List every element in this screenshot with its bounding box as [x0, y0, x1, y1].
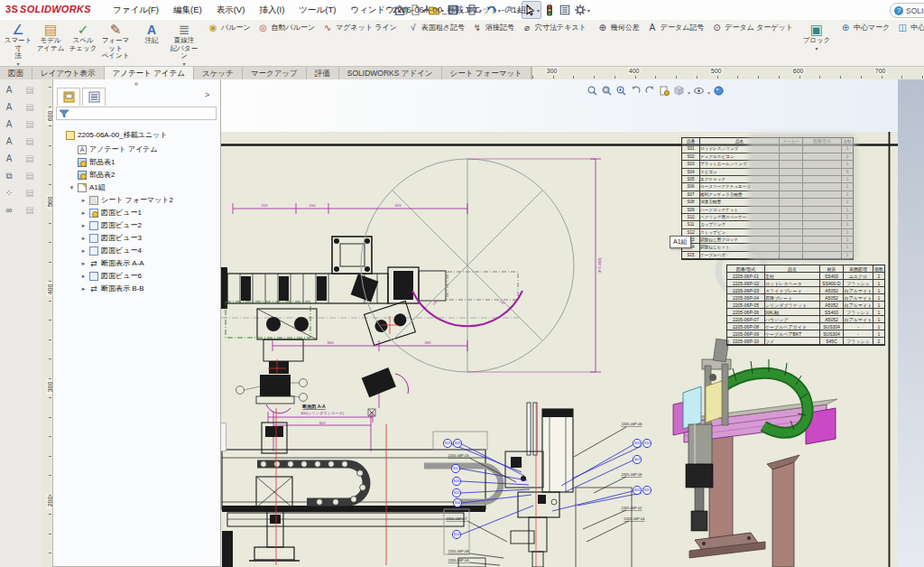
part-number-leader-label[interactable]: 2205-06P-06	[621, 422, 642, 426]
geometric-tolerance-button[interactable]: ⊕幾何公差	[594, 21, 643, 34]
tab-図面[interactable]: 図面	[0, 67, 32, 79]
drawing-view-section[interactable]	[452, 403, 642, 567]
tree-item[interactable]: ▸図面ビュー3	[80, 232, 142, 244]
dimension-label[interactable]: 415	[395, 203, 402, 208]
tab-display-pane[interactable]	[82, 88, 106, 106]
tree-root[interactable]: 2205-06A-00_移載ユニット	[57, 129, 167, 141]
expand-arrow-icon[interactable]: ▸	[80, 273, 87, 280]
tree-filter-input[interactable]	[56, 107, 217, 120]
drawing-view-elevation[interactable]	[222, 408, 501, 567]
surface-finish-button[interactable]: √表面粗さ記号	[404, 21, 468, 34]
display-style-button[interactable]	[673, 84, 685, 100]
part-number-leader-label[interactable]: 2205-06P-07	[446, 516, 467, 521]
tree-item[interactable]: 部品表1	[69, 156, 115, 168]
tab-評価[interactable]: 評価	[307, 67, 339, 79]
dimension-label[interactable]: 300(シリンダストローク)	[300, 411, 345, 415]
part-number-leader-label[interactable]: 2205-06P-08	[448, 549, 469, 553]
expand-arrow-icon[interactable]: ▸	[80, 209, 87, 217]
rebuild-icon[interactable]	[542, 2, 557, 18]
tree-item[interactable]: ▸シート フォーマット2	[80, 194, 173, 206]
drawing-view-plan[interactable]	[221, 159, 601, 377]
part-number-leader-label[interactable]: 2205-06P-04	[448, 558, 469, 562]
tab-マークアップ[interactable]: マークアップ	[243, 67, 307, 79]
tree-item[interactable]: ▸図面ビュー2	[80, 219, 142, 231]
dropdown-caret-icon[interactable]: ▾	[16, 61, 19, 67]
part-number-leader-label[interactable]: 2205-06P-04	[624, 516, 645, 521]
expand-arrow-icon[interactable]: ▸	[80, 222, 87, 229]
tree-item[interactable]: ▸⇄断面表示 B-B	[80, 283, 144, 294]
note-check-icon[interactable]: A	[1, 117, 17, 131]
zoom-area-button[interactable]	[601, 84, 613, 100]
open-icon[interactable]: ▾	[427, 2, 445, 18]
linear-note-pattern-button[interactable]: ≣直線注 記パターン▾	[168, 21, 200, 66]
format-painter-button[interactable]: ✎フォーマット ペイント	[99, 21, 132, 66]
sheet-properties-button[interactable]	[659, 84, 670, 100]
crop-view-icon[interactable]: ▤	[22, 169, 38, 182]
detail-view-icon[interactable]: ▤	[22, 152, 38, 165]
dimension-label[interactable]: 215	[262, 203, 269, 208]
redo-icon[interactable]: ▾	[503, 2, 521, 18]
bom-table-parts[interactable]: 図番/型式品名材質表面処理個数2205-06P-01支柱SS400ユニクロ222…	[726, 265, 885, 346]
zoom-fit-button[interactable]	[587, 84, 598, 100]
section-view-icon[interactable]: ▤	[22, 135, 38, 148]
part-number-leader-label[interactable]: 2205-06P-03	[448, 453, 469, 458]
tab-スケッチ[interactable]: スケッチ	[194, 67, 243, 79]
tree-item[interactable]: ▸図面ビュー6	[80, 270, 142, 282]
drawing-view-isometric[interactable]	[673, 339, 837, 567]
tree-item[interactable]: ▸図面ビュー1	[80, 207, 142, 218]
dimension-label[interactable]: (P.5.480)	[597, 257, 602, 273]
auxiliary-view-icon[interactable]: ▤	[22, 117, 38, 131]
tab-シート フォーマット[interactable]: シート フォーマット	[442, 67, 531, 79]
dimension-label[interactable]: 300	[319, 421, 327, 425]
menu-ファイル(F)[interactable]: ファイル(F)	[106, 2, 165, 19]
hide-show-items-button[interactable]	[693, 84, 705, 100]
annotation-pattern-icon[interactable]: ⁘	[1, 186, 17, 200]
options-icon[interactable]: ▾	[573, 2, 591, 18]
broken-view-icon[interactable]: ▤	[22, 186, 38, 200]
part-number-leader-label[interactable]: 2205-06P-06	[621, 472, 642, 477]
datum-target-button[interactable]: ⊙データム ターゲット	[707, 21, 797, 34]
hole-callout-button[interactable]: ⌀穴寸法テキスト	[518, 21, 590, 34]
dimension-label[interactable]: 282	[425, 340, 432, 345]
tree-item[interactable]: Aアノテート アイテム	[69, 144, 158, 155]
dropdown-caret-icon[interactable]: ▾	[707, 89, 710, 96]
tab-SOLIDWORKS アドイン[interactable]: SOLIDWORKS アドイン	[339, 67, 442, 79]
dropdown-caret-icon[interactable]: ▾	[815, 46, 818, 51]
help-button[interactable]: ? SOLID	[890, 3, 924, 18]
dimension-label[interactable]: 300	[328, 340, 335, 345]
view-orientation-button[interactable]	[644, 84, 656, 100]
select-cursor-icon[interactable]: ▾	[522, 1, 541, 19]
datum-feature-button[interactable]: Aデータム記号	[643, 21, 708, 34]
block-button[interactable]: ▣ブロック▾	[800, 21, 833, 66]
print-icon[interactable]: ▾	[465, 2, 483, 18]
expand-arrow-icon[interactable]: ▸	[80, 235, 87, 242]
note-ab-icon[interactable]: A	[1, 152, 17, 165]
undo-icon[interactable]: ▾	[484, 2, 502, 18]
alternate-position-icon[interactable]: ▤	[22, 203, 38, 217]
previous-view-button[interactable]	[630, 84, 642, 100]
home-icon[interactable]	[393, 2, 407, 18]
expand-arrow-icon[interactable]: ▸	[80, 247, 87, 255]
tree-item[interactable]: 部品表2	[69, 169, 115, 181]
model-items-button[interactable]: ▤モデル アイテム	[34, 21, 67, 66]
tree-item[interactable]: ▸⇄断面表示 A-A	[80, 257, 144, 269]
view-settings-button[interactable]	[713, 84, 725, 100]
dropdown-caret-icon[interactable]: ▾	[688, 89, 690, 96]
tree-item[interactable]: ▸図面ビュー4	[80, 245, 142, 256]
magnet-line-button[interactable]: ∿マグネット ライン	[319, 21, 401, 34]
dropdown-caret-icon[interactable]: ▾	[182, 61, 185, 67]
menu-ツール(T)[interactable]: ツール(T)	[292, 2, 342, 19]
standard-3view-icon[interactable]: ▤	[22, 83, 38, 97]
zoom-in-out-button[interactable]	[615, 84, 627, 100]
part-number-leader-label[interactable]: 2205-06P-02	[621, 506, 642, 510]
centerline-button[interactable]: ◫中心線	[893, 21, 924, 34]
note-add-icon[interactable]: A	[1, 135, 17, 148]
tab-レイアウト表示[interactable]: レイアウト表示	[32, 67, 105, 79]
weld-symbol-button[interactable]: ↯溶接記号	[468, 21, 518, 34]
auto-balloon-button[interactable]: ◎自動バルーン	[254, 21, 319, 34]
link-annotation-icon[interactable]: ∞	[1, 203, 17, 217]
center-mark-button[interactable]: ⊕中心マーク	[836, 21, 893, 34]
menu-編集(E)[interactable]: 編集(E)	[167, 2, 208, 19]
copy-annotation-icon[interactable]: ⧉	[1, 169, 17, 182]
expand-arrow-icon[interactable]: ▸	[80, 197, 87, 204]
